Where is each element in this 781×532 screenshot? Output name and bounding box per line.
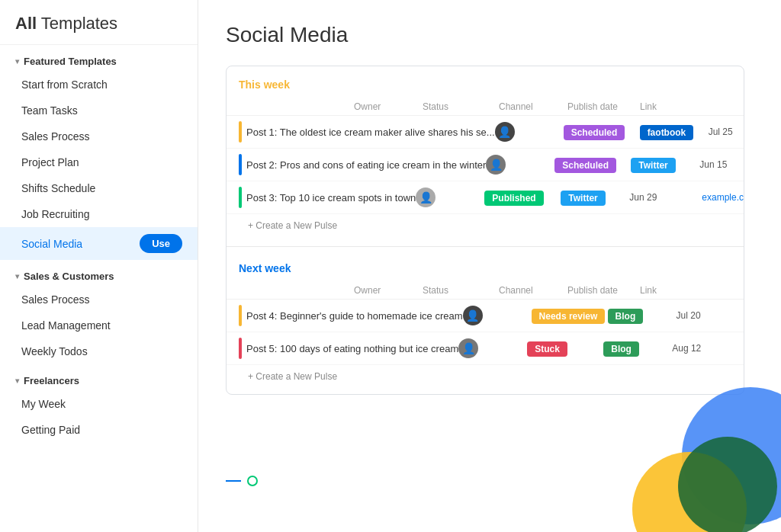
scroll-line bbox=[226, 480, 241, 482]
channel-badge: Twitter bbox=[631, 158, 675, 173]
sidebar-section-featured: ▾Featured TemplatesStart from ScratchTea… bbox=[0, 45, 198, 260]
group-label-this-week: This week bbox=[227, 79, 744, 98]
sidebar-item-label: Job Recruiting bbox=[21, 208, 90, 220]
sidebar-item-label: Sales Process bbox=[21, 130, 89, 143]
row-title-cell: Post 4: Beginner's guide to homemade ice… bbox=[239, 305, 463, 326]
create-pulse-button[interactable]: + Create a New Pulse bbox=[227, 214, 744, 236]
sidebar: All Templates ▾Featured TemplatesStart f… bbox=[0, 0, 198, 532]
sidebar-item-my-week[interactable]: My Week bbox=[0, 391, 198, 417]
sidebar-item-label: Shifts Schedule bbox=[21, 182, 95, 194]
table-row: Post 3: Top 10 ice cream spots in town👤P… bbox=[227, 181, 744, 214]
sidebar-item-social-media[interactable]: Social MediaUse bbox=[0, 227, 198, 260]
column-header-4: Publish date bbox=[567, 285, 640, 296]
row-title-cell: Post 3: Top 10 ice cream spots in town bbox=[239, 187, 416, 208]
sidebar-item-label: Social Media bbox=[21, 238, 82, 250]
table-row: Post 2: Pros and cons of eating ice crea… bbox=[227, 149, 744, 181]
sidebar-item-team-tasks[interactable]: Team Tasks bbox=[0, 98, 198, 123]
sidebar-section-label-featured[interactable]: ▾Featured Templates bbox=[0, 45, 198, 72]
column-header-1: Owner bbox=[354, 285, 423, 296]
row-color-indicator bbox=[239, 121, 242, 143]
row-owner-cell: 👤 bbox=[416, 187, 484, 207]
sidebar-item-job-recruiting[interactable]: Job Recruiting bbox=[0, 201, 198, 227]
row-channel-cell: Blog bbox=[608, 310, 677, 322]
sidebar-item-label: Sales Process bbox=[21, 293, 89, 306]
column-header-1: Owner bbox=[354, 101, 423, 112]
row-owner-cell: 👤 bbox=[458, 338, 527, 358]
row-title: Post 5: 100 days of eating nothing but i… bbox=[246, 343, 458, 354]
avatar: 👤 bbox=[495, 122, 515, 142]
row-title: Post 1: The oldest ice cream maker alive… bbox=[246, 127, 495, 138]
channel-badge: Blog bbox=[603, 341, 639, 357]
sidebar-section-label-freelancers[interactable]: ▾Freelancers bbox=[0, 364, 198, 391]
row-status-cell: Scheduled bbox=[554, 159, 631, 171]
row-color-indicator bbox=[239, 187, 242, 208]
column-header-4: Publish date bbox=[567, 101, 640, 112]
row-owner-cell: 👤 bbox=[495, 122, 564, 142]
use-template-button[interactable]: Use bbox=[140, 234, 182, 253]
main-content: Social Media This weekOwnerStatusChannel… bbox=[198, 0, 781, 532]
scroll-indicator bbox=[226, 476, 258, 486]
sidebar-title-bold: All bbox=[15, 14, 37, 33]
table-row: Post 4: Beginner's guide to homemade ice… bbox=[227, 300, 744, 332]
sidebar-item-sales-process[interactable]: Sales Process bbox=[0, 123, 198, 149]
sidebar-item-lead-management[interactable]: Lead Management bbox=[0, 312, 198, 338]
row-status-cell: Needs review bbox=[532, 310, 608, 322]
row-link-cell[interactable]: example.com/d2 bbox=[702, 192, 744, 203]
row-date-cell: Jun 15 bbox=[699, 159, 744, 170]
row-date-cell: Jun 29 bbox=[629, 192, 702, 203]
row-status-cell: Published bbox=[484, 192, 561, 204]
sidebar-item-label: Project Plan bbox=[21, 156, 79, 168]
status-badge: Needs review bbox=[532, 309, 606, 324]
row-channel-cell: Blog bbox=[603, 343, 672, 354]
row-channel-cell: Twitter bbox=[561, 192, 629, 204]
sidebar-item-sales-process[interactable]: Sales Process bbox=[0, 287, 198, 312]
channel-badge: faotbook bbox=[640, 125, 694, 140]
column-header-0 bbox=[239, 101, 354, 112]
row-title-cell: Post 2: Pros and cons of eating ice crea… bbox=[239, 154, 486, 175]
sidebar-item-label: Lead Management bbox=[21, 319, 111, 332]
sidebar-item-shifts-schedule[interactable]: Shifts Schedule bbox=[0, 175, 198, 201]
avatar: 👤 bbox=[486, 155, 506, 175]
decorative-circles bbox=[613, 380, 781, 532]
column-header-3: Channel bbox=[499, 285, 567, 296]
scroll-circle bbox=[247, 476, 258, 486]
section-divider bbox=[227, 246, 744, 247]
chevron-icon: ▾ bbox=[15, 272, 19, 280]
sidebar-item-label: Start from Scratch bbox=[21, 79, 108, 91]
svg-point-2 bbox=[678, 437, 777, 532]
status-badge: Scheduled bbox=[554, 158, 616, 173]
sidebar-title-normal: Templates bbox=[37, 14, 117, 33]
row-channel-cell: faotbook bbox=[640, 127, 709, 138]
status-badge: Stuck bbox=[527, 341, 567, 357]
table-row: Post 5: 100 days of eating nothing but i… bbox=[227, 332, 744, 365]
row-title: Post 2: Pros and cons of eating ice crea… bbox=[246, 159, 486, 171]
sidebar-item-label: Getting Paid bbox=[21, 424, 80, 436]
table-row: Post 1: The oldest ice cream maker alive… bbox=[227, 116, 744, 149]
row-status-cell: Stuck bbox=[527, 343, 603, 354]
table-header: OwnerStatusChannelPublish dateLink bbox=[227, 98, 744, 116]
status-badge: Scheduled bbox=[564, 125, 625, 140]
row-title-cell: Post 5: 100 days of eating nothing but i… bbox=[239, 338, 458, 359]
sidebar-section-label-sales[interactable]: ▾Sales & Customers bbox=[0, 260, 198, 287]
group-this-week: This weekOwnerStatusChannelPublish dateL… bbox=[227, 66, 744, 243]
row-date-cell: Jul 25 bbox=[709, 127, 744, 137]
column-header-0 bbox=[239, 285, 354, 296]
channel-badge: Twitter bbox=[561, 191, 605, 206]
sidebar-title: All Templates bbox=[0, 0, 198, 45]
svg-point-1 bbox=[632, 452, 747, 532]
row-owner-cell: 👤 bbox=[463, 306, 532, 325]
sidebar-item-weekly-todos[interactable]: Weekly Todos bbox=[0, 338, 198, 364]
sidebar-item-project-plan[interactable]: Project Plan bbox=[0, 149, 198, 175]
sidebar-item-start-from-scratch[interactable]: Start from Scratch bbox=[0, 72, 198, 98]
row-color-indicator bbox=[239, 154, 242, 175]
column-header-3: Channel bbox=[499, 101, 567, 112]
sidebar-item-getting-paid[interactable]: Getting Paid bbox=[0, 417, 198, 443]
status-badge: Published bbox=[484, 191, 543, 206]
avatar: 👤 bbox=[463, 306, 483, 325]
row-title: Post 4: Beginner's guide to homemade ice… bbox=[246, 310, 463, 322]
column-header-2: Status bbox=[423, 101, 499, 112]
sidebar-section-freelancers: ▾FreelancersMy WeekGetting Paid bbox=[0, 364, 198, 443]
avatar: 👤 bbox=[416, 187, 435, 207]
create-pulse-button[interactable]: + Create a New Pulse bbox=[227, 365, 744, 386]
template-preview: This weekOwnerStatusChannelPublish dateL… bbox=[226, 66, 744, 395]
